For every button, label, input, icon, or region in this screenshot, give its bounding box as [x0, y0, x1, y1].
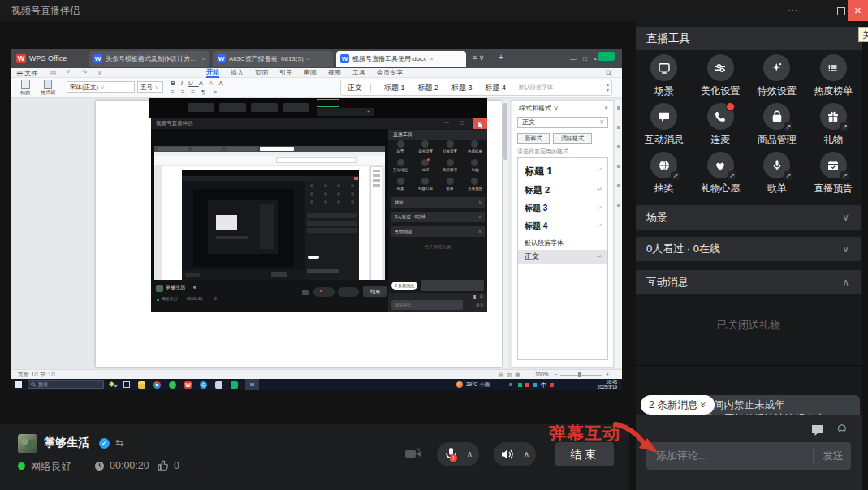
tool-beauty-settings[interactable]: 美化设置 — [693, 50, 749, 99]
tool-co-streaming[interactable]: 连麦 — [693, 99, 749, 148]
nested-tool: 抽奖 — [388, 178, 413, 196]
chat-bubble-icon — [650, 103, 677, 130]
clock-icon — [94, 461, 105, 471]
notification-dot — [726, 102, 735, 111]
window-title: 视频号直播伴侣 — [11, 0, 80, 21]
style-item: 标题 2 — [418, 83, 439, 93]
plus-icon: + — [367, 108, 370, 116]
tool-product-management[interactable]: ↗ 商品管理 — [749, 99, 805, 148]
ribbon-tab: 会员专享 — [377, 68, 403, 77]
font-name-combo: 宋体(正文) ∨ — [67, 81, 135, 93]
styles-panel-title: 样式和格式 ∨ — [519, 104, 559, 113]
tray-icon — [525, 383, 529, 387]
taskbar-search-box: 搜索 — [28, 380, 104, 389]
emoji-icon[interactable]: ☺ — [836, 421, 849, 436]
zoom-slider-track — [560, 375, 602, 376]
style-item: 标题 4 — [486, 83, 507, 93]
wps-window-controls: — □ × — [570, 54, 598, 63]
new-messages-pill[interactable]: 2 条新消息» — [641, 395, 715, 415]
nested-tool: 场景 — [388, 140, 413, 159]
clock-date: 2025/3/19 — [580, 385, 617, 389]
mic-alert-badge: ! — [450, 454, 457, 462]
tool-live-announcement[interactable]: ↗ 直播预告 — [805, 148, 862, 196]
live-tools-sidebar: 直播工具 场景 美化设置 特效设置 热度榜单 互动消息 — [636, 21, 862, 490]
style-list-item: 默认段落字体 — [525, 239, 564, 247]
title-bar: 视频号直播伴侣 ⋯ — × — [0, 0, 868, 21]
ribbon-tab-home: 开始 — [206, 67, 219, 78]
camera-disabled-icon[interactable] — [404, 446, 424, 462]
nested-network-status: 网络良好 — [162, 296, 178, 301]
swap-scene-icon[interactable]: ⇆ — [115, 436, 124, 449]
comment-input[interactable]: 添加评论... 发送 — [646, 442, 851, 470]
nested-gift-closed: 已关闭送礼物 — [388, 244, 487, 250]
comment-icon[interactable] — [811, 424, 824, 436]
zoom-level: 100% — [535, 372, 549, 377]
section-scene[interactable]: 场景 ∨ — [636, 205, 861, 230]
tools-grid: 场景 美化设置 特效设置 热度榜单 互动消息 连麦 — [636, 50, 862, 196]
nested-avatar — [156, 285, 163, 292]
annotation-arrow — [611, 420, 667, 459]
tool-lottery[interactable]: ↗ 抽奖 — [636, 148, 693, 196]
quick-access-icons: ▤ ↶ ↷ ∨ — [50, 69, 106, 76]
nested-wps-ribbon — [154, 156, 385, 165]
speaker-icon — [501, 449, 514, 460]
chevron-up-icon[interactable]: ∧ — [524, 449, 529, 458]
speaker-button[interactable]: ∧ — [494, 442, 536, 466]
minimize-button[interactable]: — — [805, 0, 828, 21]
calendar-icon: ↗ — [820, 152, 847, 178]
nested-tool: 特效设置 — [438, 140, 463, 159]
section-interactive-messages[interactable]: 互动消息 ∧ — [636, 270, 861, 294]
style-item: 标题 1 — [384, 83, 405, 93]
doc-icon: W — [93, 54, 102, 63]
wps-taskbar-icon: W — [184, 381, 192, 389]
end-stream-button[interactable]: 结束 — [555, 442, 614, 466]
l3-page — [216, 215, 237, 230]
send-button[interactable]: 发送 — [823, 442, 844, 470]
nested-like-count: 0 — [214, 296, 217, 301]
nested-duration: 00:00:31 — [187, 296, 202, 301]
maximize-button[interactable] — [837, 7, 845, 15]
chevron-up-icon[interactable]: ∧ — [467, 449, 473, 458]
wechat-app-icon — [231, 381, 238, 389]
ribbon-tab: 引用 — [279, 68, 292, 77]
nested-emoji-icon: ☺ — [479, 294, 484, 299]
tool-effects-settings[interactable]: 特效设置 — [749, 50, 805, 99]
tool-interactive-messages[interactable]: 互动消息 — [636, 99, 693, 148]
l2-chip — [185, 273, 200, 277]
close-button[interactable]: × — [848, 0, 868, 21]
heart-icon: ↗ — [707, 152, 734, 178]
tool-scene[interactable]: 场景 — [636, 50, 693, 99]
list-icon — [820, 54, 847, 81]
nested-preview-region — [151, 129, 388, 280]
tool-gift-wishes[interactable]: ↗ 礼物心愿 — [693, 148, 749, 196]
l2-end — [271, 272, 287, 277]
nested-window-controls: ⋯ □ — [443, 118, 469, 129]
nested-message-bubble — [421, 280, 484, 291]
scene-toolbar-button — [188, 103, 214, 112]
microphone-button[interactable]: ! ∧ — [437, 442, 479, 466]
sliders-icon — [707, 54, 734, 81]
gallery-scroll-arrows: ▴▾ — [607, 82, 609, 93]
wps-document-area: + 视频号直播伴侣 ⋯ □ × 关闭 — [11, 98, 622, 369]
microphone-icon: ↗ — [763, 152, 790, 178]
nested-window-title: 视频号直播伴侣 — [156, 118, 193, 129]
nested-bottom-bar: 掌够生活 网络良好 00:00:31 0 结束 — [151, 280, 388, 312]
l2-bar — [307, 213, 357, 218]
phone-icon — [707, 103, 734, 130]
nested-tab — [192, 147, 222, 151]
section-viewers[interactable]: 0人看过 · 0在线 ∨ — [636, 237, 861, 261]
tool-popularity-ranking[interactable]: 热度榜单 — [805, 50, 862, 99]
tool-playlist[interactable]: ↗ 歌单 — [749, 148, 805, 196]
tray-icon — [533, 383, 537, 387]
new-style-button: 新样式 — [517, 133, 550, 144]
l2-tool-grid — [305, 181, 359, 208]
blue-app-icon: Q — [200, 381, 207, 389]
tool-gifts[interactable]: ↗ 礼物 — [805, 99, 862, 148]
page-status: 页面: 1/1 节: 1/1 — [18, 372, 56, 379]
external-link-icon: ↗ — [671, 171, 680, 180]
scene-toolbar-button — [219, 103, 246, 112]
live-assistant-window: 视频号直播伴侣 ⋯ — × W WPS Office W 头条号模板格式及制作设… — [0, 0, 868, 490]
nested-tool: 商品管理 — [438, 159, 463, 178]
sync-badge — [598, 52, 615, 61]
more-menu-button[interactable]: ⋯ — [781, 0, 804, 21]
